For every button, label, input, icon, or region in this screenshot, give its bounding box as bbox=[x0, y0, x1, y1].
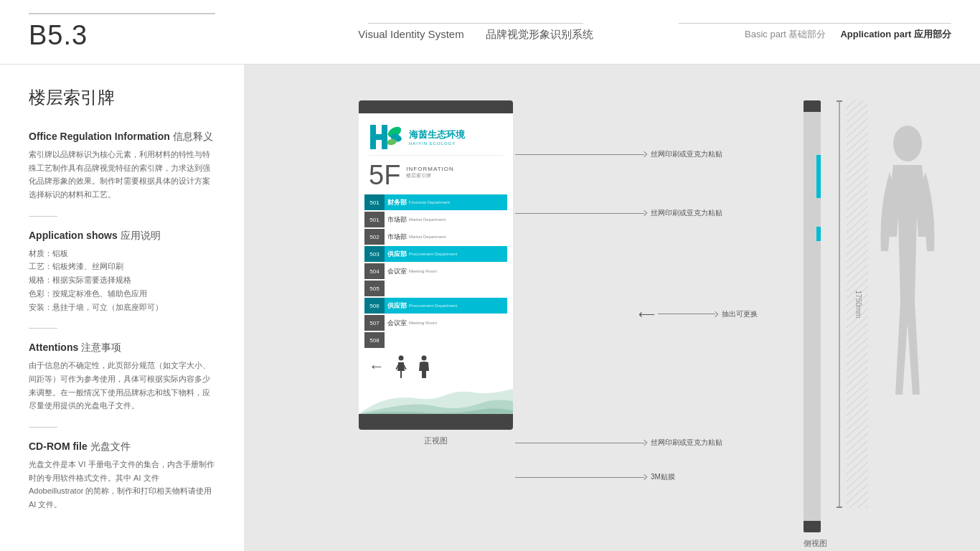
side-sign-container: 侧视图 bbox=[804, 100, 827, 508]
divider2 bbox=[29, 328, 57, 329]
dept-503-cn: 供应部 bbox=[387, 250, 407, 259]
sign-bottom-area: ← bbox=[359, 349, 513, 414]
vis-title-en: Visual Identity System bbox=[358, 28, 463, 42]
dept-501b-cn: 市场部 bbox=[387, 215, 407, 225]
person-female-icon bbox=[418, 355, 430, 378]
vis-title-cn: 品牌视觉形象识别系统 bbox=[486, 28, 593, 42]
side-blue-lower bbox=[816, 227, 821, 241]
section3-title: Attentions 注意事项 bbox=[29, 342, 215, 354]
section1-body: 索引牌以品牌标识为核心元素，利用材料的特性与特殊工艺制作具有品牌视觉特征的索引牌… bbox=[29, 148, 215, 202]
section-info: Office Regulation Information 信息释义 索引牌以品… bbox=[29, 131, 215, 202]
ann-text3: 抽出可更换 bbox=[722, 309, 758, 319]
section-application: Application shows 应用说明 材质：铝板 工艺：铝板烤漆、丝网印… bbox=[29, 230, 215, 314]
dept-503-en: Procurement Department bbox=[409, 252, 457, 256]
dept-501-cn: 财务部 bbox=[387, 198, 407, 207]
human-figure bbox=[875, 122, 940, 509]
dept-row-502: 502 市场部 Market Department bbox=[364, 229, 507, 245]
section4-body: 光盘文件是本 VI 手册电子文件的集合，内含手册制作时的专用软件格式文件。其中 … bbox=[29, 458, 215, 512]
annotation-logo: 丝网印刷或亚克力粘贴 bbox=[515, 149, 722, 159]
ruler-container: 1750mm bbox=[832, 100, 847, 508]
room-508: 508 bbox=[364, 332, 385, 348]
ann-text5: 3M贴膜 bbox=[651, 472, 675, 482]
ann-arrow3 bbox=[712, 311, 718, 316]
dept-503-info: 供应部 Procurement Department bbox=[385, 250, 507, 259]
header-right-labels: Basic part 基础部分 Application part 应用部分 bbox=[745, 28, 951, 41]
dept-502-info: 市场部 Market Department bbox=[385, 232, 507, 242]
dept-506-cn: 供应部 bbox=[387, 301, 407, 311]
dept-501b-info: 市场部 Market Department bbox=[385, 215, 507, 225]
ann-line5 bbox=[515, 477, 644, 478]
side-sign-label: 侧视图 bbox=[804, 538, 827, 549]
ann-text1: 丝网印刷或亚克力粘贴 bbox=[651, 149, 722, 159]
room-503: 503 bbox=[364, 246, 385, 262]
app-part-label: Application part 应用部分 bbox=[840, 28, 951, 41]
dept-row-508: 508 bbox=[364, 332, 507, 348]
hatch-svg bbox=[847, 100, 868, 508]
dept-row-504: 504 会议室 Meeting Room bbox=[364, 263, 507, 279]
section3-body: 由于信息的不确定性，此页部分规范（如文字大小、间距等）可作为参考使用，具体可根据… bbox=[29, 359, 215, 413]
dept-row-507: 507 会议室 Meeting Room bbox=[364, 315, 507, 331]
dept-row-503: 503 供应部 Procurement Department bbox=[364, 246, 507, 262]
info-sublabel: 楼层索引牌 bbox=[406, 172, 453, 179]
info-label: INFORMATION bbox=[406, 166, 453, 172]
human-svg bbox=[875, 122, 940, 509]
annotation-3m: 3M贴膜 bbox=[515, 472, 675, 482]
ruler-line: 1750mm bbox=[839, 102, 840, 507]
sign-body: 海茵生态环境 HAIYIN ECOLOGY 5F INFORMATION 楼层索… bbox=[359, 113, 513, 414]
header-right-rule bbox=[679, 23, 951, 24]
dept-504-cn: 会议室 bbox=[387, 267, 407, 276]
dept-507-en: Meeting Room bbox=[409, 321, 437, 325]
dept-501-info: 财务部 Financial Department bbox=[385, 198, 507, 207]
floor-number: 5F bbox=[369, 161, 400, 189]
ann-line4 bbox=[515, 443, 644, 443]
dept-501b-en: Market Department bbox=[409, 217, 446, 222]
ann-arrow2 bbox=[641, 210, 647, 216]
annotation-floor: 丝网印刷或亚克力粘贴 bbox=[515, 208, 722, 218]
room-504: 504 bbox=[364, 263, 385, 279]
dept-504-info: 会议室 Meeting Room bbox=[385, 267, 507, 276]
header-center: Visual Identity System 品牌视觉形象识别系统 bbox=[273, 23, 679, 42]
dept-502-en: Market Department bbox=[409, 235, 446, 239]
header-left: B5.3 bbox=[29, 13, 273, 51]
room-501b: 501 bbox=[364, 212, 385, 227]
header: B5.3 Visual Identity System 品牌视觉形象识别系统 B… bbox=[0, 0, 980, 65]
dept-507-cn: 会议室 bbox=[387, 319, 407, 328]
section2-title: Application shows 应用说明 bbox=[29, 230, 215, 242]
arrow-left-icon: ← bbox=[369, 357, 385, 376]
svg-point-9 bbox=[422, 356, 427, 361]
logo-cn: 海茵生态环境 bbox=[409, 128, 465, 141]
room-502: 502 bbox=[364, 229, 385, 245]
page-code: B5.3 bbox=[29, 20, 273, 51]
header-rule-top bbox=[29, 13, 215, 14]
ruler-bottom-tick bbox=[837, 507, 842, 508]
section-attentions: Attentions 注意事项 由于信息的不确定性，此页部分规范（如文字大小、间… bbox=[29, 342, 215, 413]
logo-text: 海茵生态环境 HAIYIN ECOLOGY bbox=[409, 128, 465, 146]
svg-point-6 bbox=[399, 356, 404, 361]
logo-en: HAIYIN ECOLOGY bbox=[409, 141, 465, 146]
ann-arrow-left: ⟵ bbox=[639, 307, 655, 321]
room-505: 505 bbox=[364, 281, 385, 296]
ann-line1 bbox=[515, 154, 644, 155]
header-right: Basic part 基础部分 Application part 应用部分 bbox=[679, 23, 951, 41]
side-body bbox=[804, 112, 821, 521]
ann-line2 bbox=[515, 213, 644, 214]
ann-arrow4 bbox=[641, 440, 647, 446]
content-area: 楼层索引牌 Office Regulation Information 信息释义… bbox=[0, 65, 980, 551]
page-title: 楼层索引牌 bbox=[29, 86, 215, 109]
dept-506-info: 供应部 Procurement Department bbox=[385, 301, 507, 311]
dept-502-cn: 市场部 bbox=[387, 232, 407, 242]
front-sign-label: 正视图 bbox=[359, 435, 513, 446]
front-sign-container: 海茵生态环境 HAIYIN ECOLOGY 5F INFORMATION 楼层索… bbox=[359, 100, 513, 508]
svg-point-12 bbox=[893, 126, 922, 161]
floor-info-text: INFORMATION 楼层索引牌 bbox=[406, 161, 453, 179]
ann-text2: 丝网印刷或亚克力粘贴 bbox=[651, 208, 722, 218]
bottom-icons: ← bbox=[369, 355, 503, 378]
svg-rect-2 bbox=[370, 134, 387, 140]
room-507: 507 bbox=[364, 315, 385, 331]
divider3 bbox=[29, 427, 57, 428]
dept-row-501b: 501 市场部 Market Department bbox=[364, 212, 507, 227]
ann-text4: 丝网印刷或亚克力粘贴 bbox=[651, 438, 722, 448]
room-506: 506 bbox=[364, 298, 385, 314]
ann-arrow1 bbox=[641, 151, 647, 157]
section4-title: CD-ROM file 光盘文件 bbox=[29, 441, 215, 453]
